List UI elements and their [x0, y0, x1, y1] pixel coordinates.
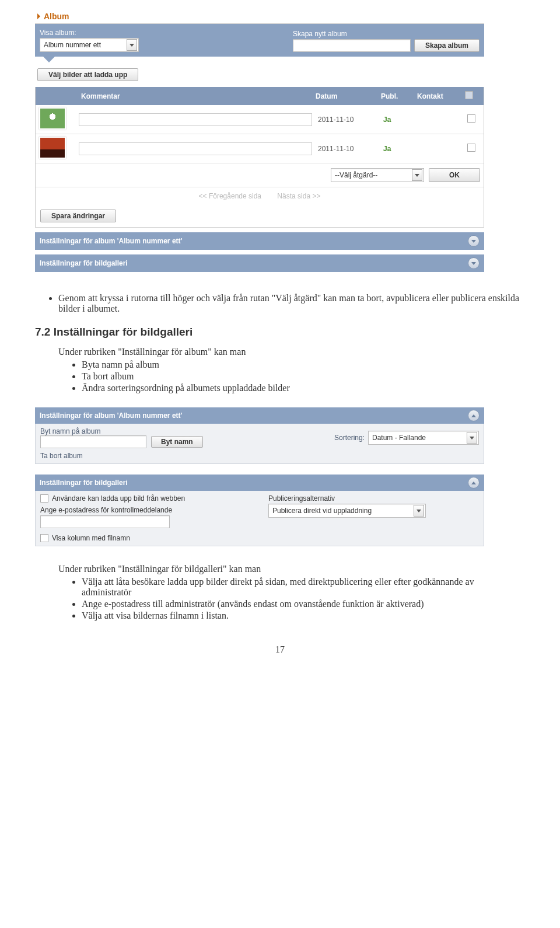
- sortering-label: Sortering:: [334, 434, 365, 442]
- action-select-value: --Välj åtgärd--: [335, 171, 377, 179]
- row-checkbox[interactable]: [467, 144, 475, 152]
- skapa-album-field: Skapa nytt album Skapa album: [293, 30, 480, 52]
- album-settings-title: Inställningar för album 'Album nummer et…: [40, 411, 182, 420]
- chevron-down-icon: [127, 39, 137, 51]
- expand-icon[interactable]: [468, 235, 480, 247]
- paragraph-bullet: Genom att kryssa i rutorna till höger oc…: [58, 293, 525, 314]
- col-publ: Publ.: [377, 89, 414, 103]
- collapse-icon[interactable]: [468, 477, 480, 489]
- spara-button[interactable]: Spara ändringar: [40, 210, 116, 222]
- col-kommentar: Kommentar: [78, 89, 312, 103]
- byt-namn-label: Byt namn på album: [40, 427, 203, 435]
- anv-upload-checkbox[interactable]: [40, 494, 48, 503]
- album-settings-panel: Inställningar för album 'Album nummer et…: [35, 407, 484, 464]
- visa-filnamn-checkbox[interactable]: [40, 534, 48, 542]
- col-datum: Datum: [312, 89, 377, 103]
- skapa-album-input[interactable]: [293, 39, 411, 52]
- pager-next[interactable]: Nästa sida >>: [277, 192, 320, 200]
- ok-button[interactable]: OK: [429, 168, 480, 182]
- sortering-select[interactable]: Datum - Fallande: [368, 431, 479, 445]
- thumbnail-icon[interactable]: [39, 137, 66, 159]
- gallery-settings-bar[interactable]: Inställningar för bildgalleri: [35, 475, 484, 491]
- chevron-down-icon: [414, 505, 424, 517]
- byt-namn-input[interactable]: [40, 435, 146, 448]
- kommentar-input[interactable]: [79, 142, 312, 155]
- visa-album-select[interactable]: Album nummer ett: [40, 38, 139, 52]
- table-row: 2011-11-10 Ja: [36, 105, 484, 134]
- page-number: 17: [35, 644, 525, 655]
- body-text-1: Genom att kryssa i rutorna till höger oc…: [35, 293, 525, 393]
- ange-epost-label: Ange e-postadress för kontrollmeddelande: [40, 506, 251, 514]
- cell-publ: Ja: [383, 145, 391, 153]
- album-admin-panel: Album Visa album: Album nummer ett Skapa…: [35, 12, 484, 272]
- visa-album-field: Visa album: Album nummer ett: [40, 29, 139, 52]
- select-all-checkbox[interactable]: [465, 91, 473, 99]
- collapse-icon[interactable]: [468, 410, 480, 421]
- kommentar-input[interactable]: [79, 113, 312, 126]
- list-item: Byta namn på album: [82, 360, 525, 370]
- text2-lead: Under rubriken "Inställningar för bildga…: [58, 564, 525, 574]
- cell-datum: 2011-11-10: [314, 105, 380, 134]
- album-title-bar: Album: [35, 12, 484, 24]
- pub-alternativ-value: Publicera direkt vid uppladdning: [272, 507, 372, 515]
- settings-album-label: Inställningar för album 'Album nummer et…: [40, 237, 182, 245]
- album-toolbar: Visa album: Album nummer ett Skapa nytt …: [35, 24, 484, 57]
- body-text-2: Under rubriken "Inställningar för bildga…: [35, 564, 525, 621]
- arrow-right-icon: [37, 13, 40, 19]
- list-item: Ta bort album: [82, 371, 525, 382]
- image-table-head: Kommentar Datum Publ. Kontakt: [36, 87, 484, 105]
- pub-alternativ-label: Publiceringsalternativ: [268, 494, 479, 503]
- sortering-value: Datum - Fallande: [372, 434, 426, 442]
- list-item: Välja att låta besökare ladda upp bilder…: [82, 577, 525, 598]
- ta-bort-link[interactable]: Ta bort album: [40, 452, 479, 460]
- sortering-field: Sortering: Datum - Fallande: [334, 431, 479, 445]
- thumbnail-icon[interactable]: [39, 107, 66, 130]
- ange-epost-input[interactable]: [40, 515, 170, 528]
- section-lead: Under rubriken "Inställningar för album"…: [58, 347, 525, 357]
- list-item: Välja att visa bildernas filnamn i lista…: [82, 610, 525, 621]
- byt-namn-button[interactable]: Byt namn: [151, 436, 203, 448]
- album-settings-bar[interactable]: Inställningar för album 'Album nummer et…: [35, 407, 484, 424]
- section-heading: 7.2 Inställningar för bildgalleri: [35, 326, 525, 339]
- settings-gallery-label: Inställningar för bildgalleri: [40, 259, 128, 267]
- col-kontakt: Kontakt: [414, 89, 461, 103]
- action-row: --Välj åtgärd-- OK: [36, 163, 484, 187]
- byt-namn-field: Byt namn på album Byt namn: [40, 427, 203, 448]
- table-row: 2011-11-10 Ja: [36, 134, 484, 163]
- row-checkbox[interactable]: [467, 114, 475, 123]
- gallery-settings-panel: Inställningar för bildgalleri Användare …: [35, 475, 484, 546]
- action-select[interactable]: --Välj åtgärd--: [331, 168, 424, 182]
- chevron-down-icon: [412, 169, 422, 181]
- skapa-album-button[interactable]: Skapa album: [414, 39, 480, 52]
- cell-datum: 2011-11-10: [314, 134, 380, 163]
- album-title: Album: [44, 12, 69, 21]
- visa-album-value: Album nummer ett: [44, 41, 101, 49]
- settings-album-bar[interactable]: Inställningar för album 'Album nummer et…: [35, 232, 484, 250]
- valj-bilder-button[interactable]: Välj bilder att ladda upp: [37, 68, 138, 81]
- pager-prev[interactable]: << Föregående sida: [199, 192, 261, 200]
- visa-album-label: Visa album:: [40, 29, 139, 37]
- cell-publ: Ja: [383, 116, 391, 124]
- expand-icon[interactable]: [468, 257, 480, 269]
- settings-gallery-bar[interactable]: Inställningar för bildgalleri: [35, 254, 484, 272]
- toolbar-pointer-icon: [43, 57, 55, 62]
- chevron-down-icon: [467, 432, 477, 444]
- pub-alternativ-select[interactable]: Publicera direkt vid uppladdning: [268, 504, 426, 518]
- gallery-settings-title: Inställningar för bildgalleri: [40, 479, 128, 487]
- anv-upload-label: Användare kan ladda upp bild från webben: [52, 494, 185, 503]
- image-table: Kommentar Datum Publ. Kontakt 2011-11-10…: [35, 87, 484, 228]
- list-item: Ange e-postadress till administratör (an…: [82, 599, 525, 609]
- skapa-album-label: Skapa nytt album: [293, 30, 480, 38]
- list-item: Ändra sorteringsordning på albumets uppl…: [82, 383, 525, 393]
- pager: << Föregående sida Nästa sida >>: [36, 187, 484, 205]
- visa-filnamn-label: Visa kolumn med filnamn: [52, 534, 130, 542]
